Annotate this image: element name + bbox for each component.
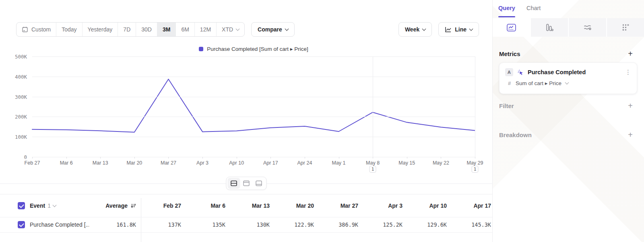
date-range-today[interactable]: Today bbox=[56, 23, 82, 36]
compare-button[interactable]: Compare bbox=[251, 22, 295, 37]
layout-split-button[interactable] bbox=[228, 178, 240, 189]
metric-letter-badge: A bbox=[505, 68, 513, 76]
kebab-menu-icon[interactable]: ⋮ bbox=[625, 69, 631, 76]
y-axis-label: 500K bbox=[15, 54, 27, 60]
x-axis-label: Apr 24 bbox=[297, 160, 312, 166]
sort-descending-icon bbox=[130, 203, 136, 209]
y-axis-label: 300K bbox=[15, 94, 27, 100]
table-value-cell: 145.3K bbox=[451, 217, 492, 232]
table-date-header[interactable]: Apr 3 bbox=[362, 194, 407, 217]
annotation-badge[interactable]: 1 bbox=[472, 166, 479, 173]
tab-chart[interactable]: Chart bbox=[526, 5, 541, 15]
average-column-header[interactable]: Average bbox=[89, 202, 141, 209]
axis-tick bbox=[305, 157, 305, 159]
table-date-header[interactable]: Apr 17 bbox=[451, 194, 492, 217]
table-date-header[interactable]: Apr 10 bbox=[407, 194, 451, 217]
table-value-cell: 125.2K bbox=[362, 217, 407, 232]
axis-tick bbox=[237, 157, 237, 159]
sidebar-tabs: Query Chart bbox=[498, 5, 541, 15]
filter-section: Filter + bbox=[499, 102, 633, 110]
series-line[interactable] bbox=[32, 79, 475, 132]
x-axis-label: May 22 bbox=[433, 160, 449, 166]
y-axis-label: 400K bbox=[15, 73, 27, 79]
table-row-divider bbox=[0, 217, 492, 217]
row-average-value: 161.8K bbox=[116, 221, 136, 228]
chevron-down-icon bbox=[565, 80, 569, 84]
chart-type-insights[interactable] bbox=[493, 18, 530, 37]
axis-tick bbox=[441, 157, 441, 159]
axis-tick bbox=[373, 157, 373, 159]
date-range-picker: Custom Today Yesterday 7D 30D 3M 6M 12M … bbox=[16, 22, 245, 37]
legend-swatch bbox=[199, 47, 203, 51]
table-value-cell: 386.9K bbox=[318, 217, 362, 232]
chart-type-flows[interactable] bbox=[568, 18, 606, 37]
date-range-30d[interactable]: 30D bbox=[136, 23, 157, 36]
breakdown-section: Breakdown + bbox=[499, 131, 633, 139]
add-breakdown-button[interactable]: + bbox=[628, 131, 633, 139]
aggregation-label: Sum of cart ▸ Price bbox=[516, 80, 561, 86]
tab-query[interactable]: Query bbox=[498, 5, 515, 15]
report-canvas: Custom Today Yesterday 7D 30D 3M 6M 12M … bbox=[0, 0, 492, 242]
date-range-xtd[interactable]: XTD bbox=[216, 23, 244, 36]
scatter-dots-icon bbox=[621, 23, 630, 31]
chart-type-other[interactable] bbox=[606, 18, 644, 37]
y-axis-label: 0 bbox=[24, 154, 27, 160]
filter-title: Filter bbox=[499, 102, 514, 109]
chart-type-dropdown[interactable]: Line bbox=[438, 22, 479, 37]
line-chart: 500K400K300K200K100K0Feb 27Mar 6Mar 13Ma… bbox=[32, 56, 475, 157]
date-range-custom[interactable]: Custom bbox=[17, 23, 56, 36]
annotation-line bbox=[373, 56, 373, 157]
layout-toggle bbox=[226, 177, 267, 190]
layout-chart-button[interactable] bbox=[240, 178, 253, 189]
add-metric-button[interactable]: + bbox=[628, 50, 633, 58]
row-event-name: Purchase Completed [... bbox=[30, 221, 89, 228]
table-date-header[interactable]: Mar 6 bbox=[185, 194, 229, 217]
x-axis-label: May 1 bbox=[332, 160, 346, 166]
legend-label: Purchase Completed [Sum of cart ▸ Price] bbox=[207, 46, 308, 52]
chart-type-funnels[interactable] bbox=[530, 18, 568, 37]
date-range-12m[interactable]: 12M bbox=[194, 23, 216, 36]
date-range-yesterday[interactable]: Yesterday bbox=[82, 23, 118, 36]
interval-dropdown[interactable]: Week bbox=[398, 22, 432, 37]
add-filter-button[interactable]: + bbox=[628, 102, 633, 110]
metric-card[interactable]: A Purchase Completed ⋮ # Sum of cart ▸ P… bbox=[499, 63, 637, 94]
line-chart-icon bbox=[445, 26, 452, 33]
chart-view-icon bbox=[243, 180, 250, 186]
table-date-header[interactable]: Mar 20 bbox=[274, 194, 318, 217]
bar-chart-icon bbox=[545, 23, 553, 32]
date-range-label: Custom bbox=[31, 26, 51, 33]
select-all-checkbox[interactable] bbox=[18, 202, 25, 209]
axis-tick bbox=[134, 157, 135, 159]
date-range-7d[interactable]: 7D bbox=[118, 23, 136, 36]
x-axis-label: Feb 27 bbox=[25, 160, 40, 166]
annotation-badge[interactable]: 1 bbox=[369, 166, 376, 173]
annotation-line bbox=[475, 56, 475, 157]
layout-table-button[interactable] bbox=[253, 178, 265, 189]
table-row: Purchase Completed [... 161.8K bbox=[0, 217, 141, 232]
event-spark-icon bbox=[517, 69, 524, 75]
aggregation-selector[interactable]: # Sum of cart ▸ Price bbox=[505, 80, 631, 86]
date-range-6m[interactable]: 6M bbox=[175, 23, 194, 36]
y-axis-label: 200K bbox=[15, 114, 27, 120]
gridline bbox=[32, 157, 475, 157]
table-date-header[interactable]: Mar 27 bbox=[318, 194, 362, 217]
axis-tick bbox=[32, 157, 33, 159]
row-checkbox[interactable] bbox=[18, 221, 25, 228]
metrics-title: Metrics bbox=[499, 50, 520, 57]
gridline bbox=[32, 117, 475, 117]
x-axis-label: Apr 10 bbox=[229, 160, 244, 166]
event-column-header[interactable]: Event 1 bbox=[30, 202, 89, 209]
x-axis-label: May 8 bbox=[366, 160, 380, 166]
table-value-cell: 137K bbox=[141, 217, 185, 232]
table-row-divider bbox=[0, 232, 492, 233]
calendar-icon bbox=[22, 26, 28, 33]
table-date-header[interactable]: Feb 27 bbox=[141, 194, 185, 217]
table-value-cell: 129.6K bbox=[407, 217, 451, 232]
table-value-cell: 130K bbox=[229, 217, 274, 232]
x-axis-label: May 15 bbox=[398, 160, 415, 166]
date-range-3m[interactable]: 3M bbox=[157, 23, 175, 36]
legend-item[interactable]: Purchase Completed [Sum of cart ▸ Price] bbox=[199, 46, 308, 52]
breakdown-title: Breakdown bbox=[499, 131, 532, 138]
chevron-down-icon bbox=[52, 203, 56, 207]
table-date-header[interactable]: Mar 13 bbox=[229, 194, 274, 217]
